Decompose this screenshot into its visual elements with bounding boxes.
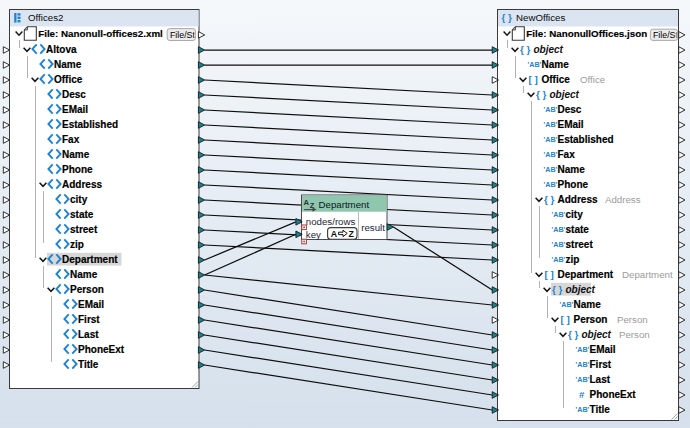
svg-text:'AB': 'AB' bbox=[576, 360, 590, 369]
svg-text:Fax: Fax bbox=[62, 134, 80, 145]
svg-text:street: street bbox=[566, 239, 594, 250]
svg-text:'AB': 'AB' bbox=[528, 60, 542, 69]
svg-text:Office: Office bbox=[542, 74, 571, 85]
svg-text:Altova: Altova bbox=[46, 44, 77, 55]
svg-text:Name: Name bbox=[70, 269, 98, 280]
svg-text:Department: Department bbox=[319, 199, 370, 210]
svg-text:Department: Department bbox=[622, 269, 673, 280]
svg-text:'AB': 'AB' bbox=[576, 375, 590, 384]
svg-text:'AB': 'AB' bbox=[552, 210, 566, 219]
svg-text:{ }: { } bbox=[520, 44, 531, 55]
svg-text:'AB': 'AB' bbox=[576, 345, 590, 354]
svg-text:Office: Office bbox=[54, 74, 83, 85]
svg-text:state: state bbox=[70, 209, 94, 220]
svg-text:EMail: EMail bbox=[558, 119, 584, 130]
svg-text:'AB': 'AB' bbox=[552, 240, 566, 249]
svg-text:A: A bbox=[331, 229, 338, 239]
svg-text:[ ]: [ ] bbox=[529, 74, 538, 85]
svg-text:'AB': 'AB' bbox=[544, 120, 558, 129]
svg-text:Name: Name bbox=[574, 299, 602, 310]
svg-text:PhoneExt: PhoneExt bbox=[78, 344, 125, 355]
svg-text:Name: Name bbox=[542, 59, 570, 70]
svg-text:PhoneExt: PhoneExt bbox=[590, 389, 637, 400]
svg-text:'AB': 'AB' bbox=[552, 255, 566, 264]
svg-text:'AB': 'AB' bbox=[560, 300, 574, 309]
svg-text:Address: Address bbox=[605, 194, 641, 205]
svg-text:'AB': 'AB' bbox=[552, 225, 566, 234]
svg-text:[ ]: [ ] bbox=[561, 314, 570, 325]
svg-text:Established: Established bbox=[558, 134, 614, 145]
svg-text:result: result bbox=[361, 222, 385, 233]
svg-text:NewOffices: NewOffices bbox=[516, 12, 566, 23]
svg-text:{ }: { } bbox=[536, 89, 547, 100]
svg-text:state: state bbox=[566, 224, 590, 235]
svg-text:object: object bbox=[550, 89, 580, 100]
svg-text:Fax: Fax bbox=[558, 149, 576, 160]
svg-text:Person: Person bbox=[619, 329, 650, 340]
svg-text:zip: zip bbox=[70, 239, 84, 250]
svg-text:Department: Department bbox=[62, 254, 118, 265]
svg-text:Person: Person bbox=[574, 314, 608, 325]
svg-text:Address: Address bbox=[62, 179, 102, 190]
svg-text:Name: Name bbox=[54, 59, 82, 70]
svg-text:object: object bbox=[582, 329, 612, 340]
svg-text:First: First bbox=[590, 359, 612, 370]
svg-text:File: Nanonull-offices2.xml: File: Nanonull-offices2.xml bbox=[38, 28, 163, 39]
svg-text:EMail: EMail bbox=[62, 104, 88, 115]
svg-text:'AB': 'AB' bbox=[544, 165, 558, 174]
svg-text:Last: Last bbox=[78, 329, 99, 340]
svg-text:Person: Person bbox=[70, 284, 104, 295]
svg-text:Title: Title bbox=[78, 359, 99, 370]
svg-text:'AB': 'AB' bbox=[544, 105, 558, 114]
svg-text:Phone: Phone bbox=[558, 179, 589, 190]
svg-text:city: city bbox=[70, 194, 88, 205]
svg-text:nodes/rows: nodes/rows bbox=[306, 216, 356, 227]
svg-text:Established: Established bbox=[62, 119, 118, 130]
svg-text:'AB': 'AB' bbox=[576, 405, 590, 414]
svg-text:Desc: Desc bbox=[558, 104, 582, 115]
svg-text:{ }: { } bbox=[568, 329, 579, 340]
svg-text:'AB': 'AB' bbox=[544, 150, 558, 159]
svg-text:Phone: Phone bbox=[62, 164, 93, 175]
svg-text:'AB': 'AB' bbox=[544, 180, 558, 189]
svg-text:{ }: { } bbox=[544, 194, 555, 205]
svg-text:[ ]: [ ] bbox=[545, 269, 554, 280]
svg-text:zip: zip bbox=[566, 254, 580, 265]
svg-text:{ }: { } bbox=[502, 12, 513, 23]
svg-text:Address: Address bbox=[558, 194, 598, 205]
svg-text:Z: Z bbox=[349, 229, 355, 239]
svg-text:Last: Last bbox=[590, 374, 611, 385]
svg-text:File/St: File/St bbox=[653, 30, 678, 40]
svg-text:city: city bbox=[566, 209, 584, 220]
svg-text:Name: Name bbox=[62, 149, 90, 160]
svg-text:First: First bbox=[78, 314, 100, 325]
svg-text:EMail: EMail bbox=[590, 344, 616, 355]
svg-text:object: object bbox=[534, 44, 564, 55]
svg-text:Title: Title bbox=[590, 404, 611, 415]
svg-text:A: A bbox=[304, 198, 310, 207]
svg-text:#: # bbox=[579, 389, 585, 400]
svg-text:EMail: EMail bbox=[78, 299, 104, 310]
svg-text:File/St: File/St bbox=[170, 30, 195, 40]
svg-text:File: NanonullOffices.json: File: NanonullOffices.json bbox=[526, 28, 647, 39]
svg-text:Offices2: Offices2 bbox=[28, 12, 63, 23]
svg-text:key: key bbox=[306, 229, 321, 240]
svg-text:{ }: { } bbox=[552, 284, 563, 295]
svg-text:Person: Person bbox=[617, 314, 648, 325]
svg-text:object: object bbox=[566, 284, 596, 295]
svg-text:'AB': 'AB' bbox=[544, 135, 558, 144]
svg-text:Office: Office bbox=[580, 74, 605, 85]
svg-text:Department: Department bbox=[558, 269, 614, 280]
svg-text:Desc: Desc bbox=[62, 89, 86, 100]
svg-text:street: street bbox=[70, 224, 98, 235]
svg-text:Name: Name bbox=[558, 164, 586, 175]
